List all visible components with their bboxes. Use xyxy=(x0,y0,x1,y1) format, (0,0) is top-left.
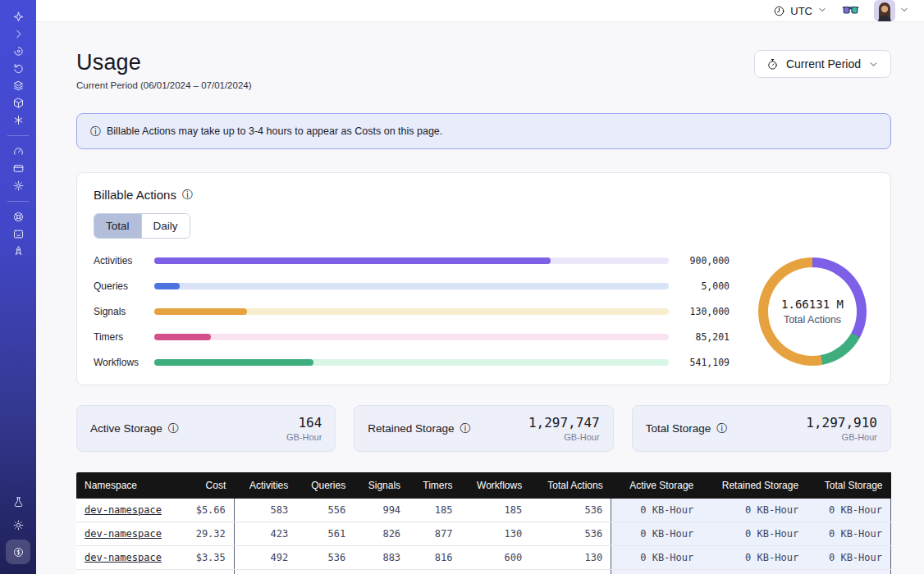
table-cell: 423 xyxy=(234,522,296,546)
column-header-total-storage: Total Storage xyxy=(807,472,890,499)
table-cell: 0 KB-Hour xyxy=(702,546,807,570)
bar-value: 5,000 xyxy=(679,280,730,292)
bar-label: Activities xyxy=(94,255,144,266)
table-cell: 883 xyxy=(354,546,409,570)
storage-card-label-text: Active Storage xyxy=(90,422,162,435)
table-cell: 185 xyxy=(409,499,460,522)
bar-track xyxy=(154,257,669,264)
chevron-down-icon xyxy=(817,5,827,17)
sidebar xyxy=(0,0,36,574)
billable-actions-title: Billable Actions xyxy=(94,188,176,202)
column-header-activities: Activities xyxy=(234,472,296,499)
content: Usage Current Period (06/01/2024 – 07/01… xyxy=(36,22,924,574)
usage-gauge-icon[interactable] xyxy=(7,143,30,160)
table-cell: 185 xyxy=(460,499,530,522)
column-header-cost: Cost xyxy=(181,472,234,499)
table-cell: 130 xyxy=(460,522,530,546)
table-cell xyxy=(611,570,702,574)
column-header-timers: Timers xyxy=(409,472,460,499)
total-actions-donut-chart: 1.66131 M Total Actions xyxy=(758,257,867,366)
namespaces-icon[interactable] xyxy=(7,43,30,60)
table-cell: 536 xyxy=(530,499,611,522)
storage-card-label: Active Storageⓘ xyxy=(90,422,179,435)
nexus-asterisk-icon[interactable] xyxy=(7,112,30,129)
bar-row-workflows: Workflows541,109 xyxy=(94,357,730,368)
theme-sun-icon[interactable] xyxy=(7,517,30,534)
table-cell: 536 xyxy=(530,522,611,546)
bar-fill xyxy=(154,359,313,366)
period-selector-label: Current Period xyxy=(786,57,861,71)
storage-card: Active Storageⓘ164GB-Hour xyxy=(76,405,336,452)
table-cell xyxy=(702,570,807,574)
timezone-selector[interactable]: UTC xyxy=(773,5,827,17)
total-daily-toggle: Total Daily xyxy=(94,213,190,239)
temporal-logo-icon[interactable] xyxy=(7,8,30,25)
bar-track xyxy=(154,308,669,315)
glasses-icon[interactable] xyxy=(842,5,859,16)
table-cell xyxy=(354,570,409,574)
schedules-history-icon[interactable] xyxy=(7,60,30,77)
column-header-queries: Queries xyxy=(296,472,354,499)
topbar: UTC xyxy=(36,0,924,22)
info-icon[interactable]: ⓘ xyxy=(168,423,179,434)
table-cell: 0 KB-Hour xyxy=(611,546,702,570)
tab-daily[interactable]: Daily xyxy=(141,214,190,238)
table-cell: 877 xyxy=(409,522,460,546)
table-cell: 561 xyxy=(296,522,354,546)
table-cell: 994 xyxy=(354,499,409,522)
table-cell: 0 KB-Hour xyxy=(807,546,890,570)
feedback-tablet-icon[interactable] xyxy=(7,226,30,243)
bar-track xyxy=(154,283,669,289)
bar-track xyxy=(154,359,669,366)
period-selector-button[interactable]: Current Period xyxy=(754,50,891,78)
table-cell: 29.32 xyxy=(181,522,234,546)
settings-gear-icon[interactable] xyxy=(7,177,30,194)
storage-card-values: 1,297,747GB-Hour xyxy=(528,415,600,442)
storage-card-values: 1,297,910GB-Hour xyxy=(806,415,877,442)
tab-total[interactable]: Total xyxy=(94,214,141,238)
bar-label: Workflows xyxy=(94,357,144,368)
info-icon[interactable]: ⓘ xyxy=(182,189,193,200)
labs-flask-icon[interactable] xyxy=(7,494,30,511)
billing-card-icon[interactable] xyxy=(7,160,30,177)
storage-card-value: 1,297,910 xyxy=(806,415,877,430)
bar-fill xyxy=(154,283,180,289)
table-cell: 536 xyxy=(296,546,354,570)
storage-card-label: Total Storageⓘ xyxy=(646,422,728,435)
layers-icon[interactable] xyxy=(7,77,30,94)
table-row: dev-namespace$5.665835569941851855360 KB… xyxy=(76,499,891,522)
user-menu[interactable] xyxy=(874,0,909,21)
column-header-workflows: Workflows xyxy=(460,472,530,499)
bar-row-signals: Signals130,000 xyxy=(94,306,730,317)
page-title: Usage xyxy=(76,50,252,75)
table-cell: $5.66 xyxy=(181,499,234,522)
table-cell: 0 KB-Hour xyxy=(611,522,702,546)
getting-started-rocket-icon[interactable] xyxy=(7,243,30,260)
namespace-link[interactable]: dev-namespace xyxy=(85,528,162,540)
table-cell: 0 KB-Hour xyxy=(807,499,890,522)
usage-cost-coin-icon[interactable] xyxy=(6,540,30,564)
bar-track xyxy=(154,334,669,340)
expand-chevron-right-icon[interactable] xyxy=(7,25,30,43)
namespace-link[interactable]: dev-namespace xyxy=(85,552,162,563)
info-icon: ⓘ xyxy=(90,126,101,137)
table-cell xyxy=(296,570,354,574)
table-cell xyxy=(530,570,611,574)
info-icon[interactable]: ⓘ xyxy=(716,423,727,434)
table-cell xyxy=(460,570,530,574)
bar-row-activities: Activities900,000 xyxy=(94,255,730,266)
storage-card-value: 164 xyxy=(286,415,322,430)
namespace-cell: dev-namespace xyxy=(76,546,181,570)
namespace-link[interactable]: dev-namespace xyxy=(85,504,162,516)
deployments-cube-icon[interactable] xyxy=(7,94,30,112)
table-cell: $3.35 xyxy=(181,546,234,570)
bar-fill xyxy=(154,334,211,340)
bar-fill xyxy=(154,257,551,264)
storage-card: Total Storageⓘ1,297,910GB-Hour xyxy=(632,405,891,452)
column-header-signals: Signals xyxy=(354,472,409,499)
support-lifebuoy-icon[interactable] xyxy=(7,208,30,226)
info-icon[interactable]: ⓘ xyxy=(460,423,470,434)
table-header: NamespaceCostActivitiesQueriesSignalsTim… xyxy=(76,472,891,499)
info-banner: ⓘ Billable Actions may take up to 3-4 ho… xyxy=(76,113,891,149)
main-area: UTC Usa xyxy=(36,0,924,574)
